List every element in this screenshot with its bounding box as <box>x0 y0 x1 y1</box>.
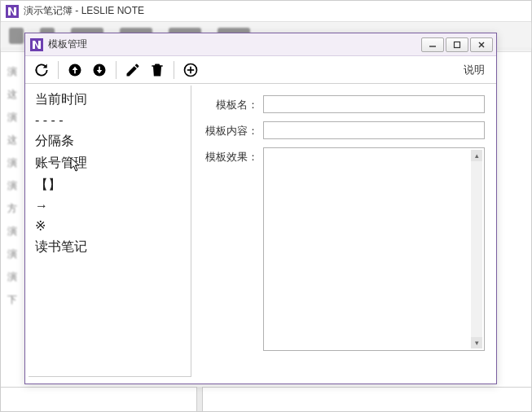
main-sidebar-blur: 演这演这演演方演演演下 <box>7 60 22 370</box>
list-item[interactable]: → <box>33 196 186 216</box>
list-item[interactable]: 【】 <box>33 174 186 196</box>
scroll-up-icon[interactable]: ▴ <box>471 150 482 161</box>
toolbar-separator <box>58 61 59 79</box>
app-icon <box>30 38 43 51</box>
effect-label: 模板效果： <box>200 147 258 164</box>
dialog-titlebar[interactable]: 模板管理 <box>25 33 496 56</box>
template-list[interactable]: 当前时间 - - - - 分隔条 账号管理 【】 → ※ 读书笔记 <box>29 85 191 377</box>
delete-button[interactable] <box>147 60 167 80</box>
list-item[interactable]: 读书笔记 <box>33 236 186 258</box>
add-button[interactable] <box>181 60 200 80</box>
list-item[interactable]: ※ <box>33 216 186 236</box>
scrollbar[interactable]: ▴ ▾ <box>471 150 482 348</box>
minimize-button[interactable] <box>421 37 444 52</box>
dialog-title: 模板管理 <box>48 37 416 51</box>
app-icon <box>6 5 19 18</box>
splitter-handle[interactable] <box>196 387 203 411</box>
main-titlebar: 演示笔记簿 - LESLIE NOTE <box>1 1 531 22</box>
main-statusbar <box>1 387 531 411</box>
template-content-input[interactable] <box>263 121 485 139</box>
template-effect-preview: ▴ ▾ <box>263 147 485 351</box>
template-name-input[interactable] <box>263 95 485 113</box>
move-down-button[interactable] <box>90 60 109 80</box>
maximize-button[interactable] <box>446 37 468 52</box>
help-link[interactable]: 说明 <box>464 63 485 77</box>
edit-button[interactable] <box>123 60 143 80</box>
move-up-button[interactable] <box>65 60 85 80</box>
scroll-down-icon[interactable]: ▾ <box>471 337 482 348</box>
close-button[interactable] <box>470 37 493 52</box>
svg-rect-3 <box>455 42 460 47</box>
form-area: 模板名： 模板内容： 模板效果： ▴ ▾ <box>191 84 496 384</box>
name-label: 模板名： <box>200 95 258 112</box>
template-manager-dialog: 模板管理 <box>24 33 497 384</box>
list-item[interactable]: - - - - <box>33 111 186 130</box>
list-item[interactable]: 分隔条 <box>33 130 186 152</box>
list-item[interactable]: 账号管理 <box>33 152 186 174</box>
dialog-toolbar: 说明 <box>25 56 496 84</box>
refresh-button[interactable] <box>32 60 51 80</box>
main-window-title: 演示笔记簿 - LESLIE NOTE <box>24 4 144 18</box>
content-label: 模板内容： <box>200 121 258 138</box>
toolbar-separator <box>116 61 117 79</box>
toolbar-separator <box>174 61 174 79</box>
list-item[interactable]: 当前时间 <box>33 89 186 111</box>
